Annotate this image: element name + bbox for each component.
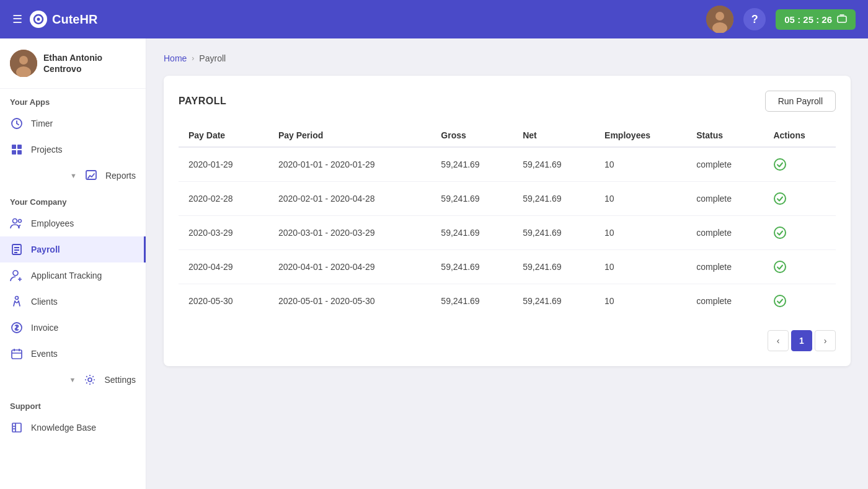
sidebar-item-clients[interactable]: Clients — [0, 289, 146, 315]
help-button[interactable]: ? — [743, 8, 766, 30]
cell-actions[interactable] — [763, 182, 836, 216]
cell-actions[interactable] — [763, 250, 836, 284]
sidebar-item-applicant-tracking[interactable]: Applicant Tracking — [0, 262, 146, 289]
sidebar-label-invoice: Invoice — [31, 323, 58, 333]
sidebar-label-settings: Settings — [104, 375, 136, 385]
svg-rect-10 — [12, 145, 16, 149]
chart-icon — [84, 169, 98, 182]
svg-point-27 — [774, 295, 786, 307]
cell-actions[interactable] — [763, 284, 836, 318]
sidebar-item-events[interactable]: Events — [0, 341, 146, 367]
sidebar-item-invoice[interactable]: Invoice — [0, 315, 146, 341]
page-1-button[interactable]: 1 — [791, 330, 812, 351]
cell-gross: 59,241.69 — [431, 182, 513, 216]
complete-check-icon[interactable] — [773, 192, 826, 205]
cell-pay-date: 2020-03-29 — [179, 216, 268, 250]
topbar: ☰ CuteHR ? 05 : 25 : 26 — [0, 0, 868, 38]
sidebar-item-projects[interactable]: Projects — [0, 137, 146, 163]
pagination: ‹ 1 › — [179, 330, 836, 351]
menu-icon[interactable]: ☰ — [12, 12, 22, 26]
sidebar-label-events: Events — [31, 349, 58, 359]
person-add-icon — [10, 269, 24, 282]
table-row: 2020-04-292020-04-01 - 2020-04-2959,241.… — [179, 250, 836, 284]
cell-net: 59,241.69 — [513, 250, 595, 284]
sidebar-label-reports: Reports — [105, 171, 136, 181]
sidebar-item-settings[interactable]: ▼ Settings — [0, 367, 146, 393]
svg-point-19 — [16, 297, 19, 300]
prev-page-button[interactable]: ‹ — [768, 330, 789, 351]
cell-net: 59,241.69 — [513, 216, 595, 250]
book-icon — [10, 421, 24, 434]
svg-point-23 — [774, 159, 786, 170]
cell-status: complete — [686, 147, 763, 182]
svg-point-1 — [37, 18, 40, 21]
svg-point-16 — [19, 220, 22, 223]
col-actions: Actions — [763, 124, 836, 147]
sidebar-item-timer[interactable]: Timer — [0, 110, 146, 137]
cell-pay-period: 2020-01-01 - 2020-01-29 — [268, 147, 431, 182]
settings-chevron: ▼ — [69, 376, 76, 384]
cell-employees: 10 — [595, 182, 686, 216]
cell-net: 59,241.69 — [513, 284, 595, 318]
logo-svg — [33, 14, 44, 25]
svg-point-22 — [88, 378, 92, 382]
breadcrumb: Home › Payroll — [164, 53, 851, 63]
cell-actions[interactable] — [763, 147, 836, 182]
section-label-support: Support — [0, 393, 146, 415]
svg-point-7 — [19, 56, 28, 65]
sidebar-item-knowledge-base[interactable]: Knowledge Base — [0, 415, 146, 441]
cell-gross: 59,241.69 — [431, 216, 513, 250]
timer-button[interactable]: 05 : 25 : 26 — [776, 9, 856, 30]
reports-chevron-left: ▼ — [70, 172, 77, 179]
breadcrumb-separator: › — [192, 54, 194, 63]
breadcrumb-current: Payroll — [199, 53, 226, 63]
sidebar-label-knowledge-base: Knowledge Base — [31, 423, 96, 433]
complete-check-icon[interactable] — [773, 260, 826, 274]
sidebar-label-projects: Projects — [31, 145, 63, 155]
svg-rect-11 — [17, 145, 22, 149]
table-body: 2020-01-292020-01-01 - 2020-01-2959,241.… — [179, 147, 836, 318]
cell-net: 59,241.69 — [513, 147, 595, 182]
payroll-table: Pay Date Pay Period Gross Net Employees … — [179, 124, 836, 318]
breadcrumb-home-link[interactable]: Home — [164, 53, 187, 63]
sidebar-label-clients: Clients — [31, 297, 58, 307]
svg-point-25 — [774, 227, 786, 238]
sidebar-item-reports[interactable]: ▼ Reports — [0, 163, 146, 189]
cell-net: 59,241.69 — [513, 182, 595, 216]
col-pay-date: Pay Date — [179, 124, 268, 147]
svg-point-18 — [13, 271, 18, 276]
svg-rect-21 — [12, 350, 22, 359]
table-row: 2020-02-282020-02-01 - 2020-04-2859,241.… — [179, 182, 836, 216]
cell-pay-date: 2020-05-30 — [179, 284, 268, 318]
timer-icon — [837, 14, 847, 24]
svg-point-15 — [13, 219, 17, 223]
svg-rect-13 — [17, 150, 22, 155]
clock-icon — [10, 117, 24, 130]
sidebar-profile: Ethan AntonioCentrovo — [0, 38, 146, 89]
profile-avatar — [10, 50, 37, 77]
cell-actions[interactable] — [763, 216, 836, 250]
user-avatar[interactable] — [706, 6, 733, 33]
cell-gross: 59,241.69 — [431, 250, 513, 284]
col-employees: Employees — [595, 124, 686, 147]
complete-check-icon[interactable] — [773, 226, 826, 240]
cell-employees: 10 — [595, 284, 686, 318]
complete-check-icon[interactable] — [773, 158, 826, 171]
grid-icon — [10, 143, 24, 156]
cell-pay-period: 2020-03-01 - 2020-03-29 — [268, 216, 431, 250]
profile-avatar-svg — [10, 50, 37, 77]
cell-status: complete — [686, 250, 763, 284]
complete-check-icon[interactable] — [773, 294, 826, 308]
sidebar-item-employees[interactable]: Employees — [0, 210, 146, 236]
sidebar-label-employees: Employees — [31, 218, 74, 228]
table-row: 2020-03-292020-03-01 - 2020-03-2959,241.… — [179, 216, 836, 250]
cell-status: complete — [686, 182, 763, 216]
sidebar-label-timer: Timer — [31, 119, 53, 128]
col-gross: Gross — [431, 124, 513, 147]
run-payroll-button[interactable]: Run Payroll — [765, 91, 836, 112]
layout: Ethan AntonioCentrovo Your Apps Timer — [0, 38, 868, 489]
section-label-your-apps: Your Apps — [0, 89, 146, 110]
sidebar-item-payroll[interactable]: Payroll — [0, 236, 146, 262]
payroll-card: PAYROLL Run Payroll Pay Date Pay Period … — [164, 76, 851, 366]
next-page-button[interactable]: › — [815, 330, 836, 351]
